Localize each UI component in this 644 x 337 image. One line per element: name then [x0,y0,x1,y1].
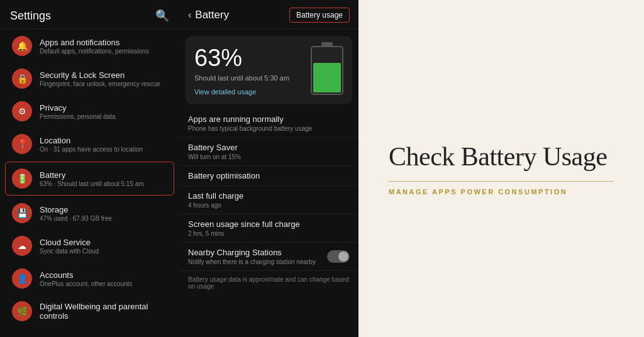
info-heading: Check Battery Usage [389,141,607,172]
settings-item-text: Location On · 31 apps have access to loc… [40,136,143,153]
settings-item-text: Apps and notifications Default apps, not… [40,38,148,55]
battery-section-sub: Notify when there is a charging station … [188,258,316,265]
settings-item-text: Storage 47% used · 67.93 GB free [40,205,112,222]
settings-item-text: Digital Wellbeing and parental controls [40,302,169,321]
battery-note: Battery usage data is approximate and ca… [179,271,358,295]
battery-section-battery-saver[interactable]: Battery Saver Will turn on at 15% [179,138,358,166]
settings-item-accounts[interactable]: 👤 Accounts OnePlus account, other accoun… [0,262,179,295]
settings-item-subtitle: Permissions, personal data [40,113,116,120]
battery-section-title: Battery Saver [188,143,350,152]
battery-panel: ‹ Battery Battery usage 63% Should last … [179,0,358,337]
settings-item-title: Cloud Service [40,238,99,247]
settings-item-subtitle: Fingerprint, face unlock, emergency resc… [40,80,160,87]
toggle-switch[interactable] [327,250,350,263]
info-panel: Check Battery Usage MANAGE APPS POWER CO… [358,0,644,337]
settings-item-subtitle: OnePlus account, other accounts [40,280,132,287]
battery-usage-button[interactable]: Battery usage [289,8,350,23]
battery-card: 63% Should last until about 5:30 am View… [186,36,352,104]
settings-item-subtitle: On · 31 apps have access to location [40,146,143,153]
settings-item-cloud-service[interactable]: ☁ Cloud Service Sync data with Cloud [0,229,179,262]
settings-item-subtitle: Sync data with Cloud [40,248,99,255]
battery-header-title: Battery [195,9,229,21]
battery-section-title: Screen usage since full charge [188,219,350,229]
settings-item-icon: 📍 [12,134,32,154]
battery-percent: 63% [194,45,289,72]
settings-item-location[interactable]: 📍 Location On · 31 apps have access to l… [0,128,179,160]
info-divider [389,181,614,182]
battery-section-text: Nearby Charging Stations Notify when the… [188,248,316,265]
settings-item-title: Battery [40,170,144,180]
search-icon: 🔍 [155,9,169,22]
settings-item-text: Privacy Permissions, personal data [40,103,116,120]
settings-item-icon: 🔒 [12,69,32,89]
battery-section-title: Last full charge [188,191,350,201]
battery-header-left: ‹ Battery [188,9,229,21]
battery-section-battery-optimisation[interactable]: Battery optimisation [179,166,358,186]
settings-item-privacy[interactable]: ⚙ Privacy Permissions, personal data [0,95,179,128]
battery-header: ‹ Battery Battery usage [179,0,358,30]
settings-item-battery[interactable]: 🔋 Battery 63% · Should last until about … [5,162,174,196]
settings-item-title: Storage [40,205,112,214]
settings-title: Settings [10,9,51,23]
settings-item-icon: 💾 [12,203,32,223]
battery-section-sub: 4 hours ago [188,202,350,209]
battery-card-left: 63% Should last until about 5:30 am View… [194,45,289,96]
settings-item-digital-wellbeing[interactable]: 🌿 Digital Wellbeing and parental control… [0,295,179,328]
settings-item-icon: ☁ [12,236,32,256]
settings-item-icon: 🌿 [12,301,32,321]
settings-item-title: Security & Lock Screen [40,70,160,80]
battery-fill [313,63,341,92]
battery-detail-link[interactable]: View detailed usage [194,88,289,96]
battery-section-toggle-row: Nearby Charging Stations Notify when the… [188,248,350,265]
settings-item-subtitle: Default apps, notifications, permissions [40,48,148,55]
battery-sections: Apps are running normally Phone has typi… [179,109,358,271]
battery-section-apps-running[interactable]: Apps are running normally Phone has typi… [179,109,358,138]
battery-section-last-full-charge[interactable]: Last full charge 4 hours ago [179,186,358,214]
settings-item-title: Privacy [40,103,116,113]
battery-section-title: Battery optimisation [188,171,350,180]
battery-estimate: Should last until about 5:30 am [194,74,289,82]
back-arrow-icon[interactable]: ‹ [188,9,191,21]
search-button[interactable]: 🔍 [155,9,169,23]
settings-item-title: Location [40,136,143,145]
settings-item-security-lock[interactable]: 🔒 Security & Lock Screen Fingerprint, fa… [0,62,179,95]
battery-section-nearby-charging[interactable]: Nearby Charging Stations Notify when the… [179,243,358,271]
info-subheading: MANAGE APPS POWER CONSUMPTION [389,188,567,196]
settings-item-icon: 👤 [12,268,32,289]
battery-section-title: Apps are running normally [188,114,350,124]
settings-header: Settings 🔍 [0,0,179,30]
settings-item-text: Cloud Service Sync data with Cloud [40,238,99,255]
settings-item-storage[interactable]: 💾 Storage 47% used · 67.93 GB free [0,197,179,229]
settings-item-icon: 🔔 [12,36,32,56]
settings-item-title: Digital Wellbeing and parental controls [40,302,169,321]
settings-item-text: Battery 63% · Should last until about 5:… [40,170,144,187]
settings-item-icon: ⚙ [12,101,32,121]
battery-section-sub: Phone has typical background battery usa… [188,125,350,132]
settings-item-apps-notifications[interactable]: 🔔 Apps and notifications Default apps, n… [0,30,179,62]
battery-section-screen-usage[interactable]: Screen usage since full charge 2 hrs, 5 … [179,214,358,243]
battery-icon [311,46,343,95]
settings-item-title: Apps and notifications [40,38,148,47]
settings-item-text: Security & Lock Screen Fingerprint, face… [40,70,160,87]
settings-item-title: Accounts [40,270,132,280]
battery-icon-wrap [311,46,343,95]
settings-item-text: Accounts OnePlus account, other accounts [40,270,132,287]
battery-section-sub: 2 hrs, 5 mins [188,230,350,237]
settings-item-subtitle: 47% used · 67.93 GB free [40,215,112,222]
settings-item-subtitle: 63% · Should last until about 5:15 am [40,180,144,187]
settings-item-icon: 🔋 [12,168,32,189]
battery-section-title: Nearby Charging Stations [188,248,316,257]
battery-section-sub: Will turn on at 15% [188,153,350,160]
settings-list: 🔔 Apps and notifications Default apps, n… [0,30,179,337]
settings-panel: Settings 🔍 🔔 Apps and notifications Defa… [0,0,179,337]
